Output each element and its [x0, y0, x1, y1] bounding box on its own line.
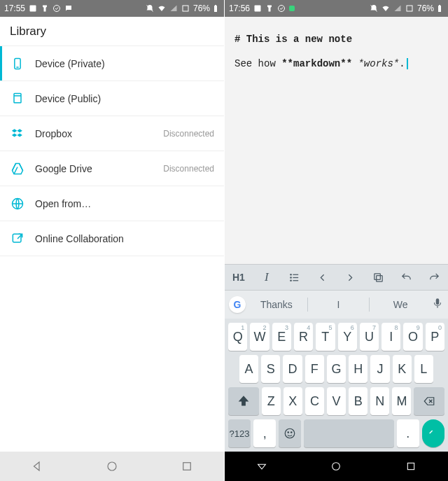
device-public-icon — [10, 91, 25, 106]
nav-recent-button[interactable] — [180, 459, 194, 473]
svg-rect-25 — [376, 275, 382, 281]
svg-point-31 — [288, 432, 289, 433]
key-k[interactable]: K — [393, 355, 412, 383]
nav-home-button[interactable] — [105, 459, 119, 473]
toolbar-italic-button[interactable]: I — [253, 270, 281, 284]
key-e[interactable]: E3 — [272, 323, 291, 351]
key-f[interactable]: F — [305, 355, 324, 383]
key-s[interactable]: S — [261, 355, 280, 383]
key-backspace[interactable] — [414, 387, 444, 415]
toolbar-list-button[interactable] — [281, 272, 309, 284]
evernote-icon — [41, 4, 49, 13]
text-cursor — [407, 58, 408, 69]
list-item-label: Device (Public) — [35, 93, 214, 104]
toolbar-copy-button[interactable] — [364, 272, 392, 284]
key-t[interactable]: T5 — [316, 323, 335, 351]
key-z[interactable]: Z — [262, 387, 281, 415]
key-symbols[interactable]: ?123 — [228, 419, 251, 447]
google-drive-icon — [10, 161, 25, 176]
keyboard-suggestions: G Thanks I We — [225, 291, 448, 319]
key-a[interactable]: A — [239, 355, 258, 383]
key-b[interactable]: B — [349, 387, 368, 415]
key-y[interactable]: Y6 — [338, 323, 357, 351]
sync-icon — [277, 4, 286, 13]
status-time: 17:55 — [4, 4, 25, 13]
library-item-google-drive[interactable]: Google Drive Disconnected — [0, 151, 224, 186]
key-g[interactable]: G — [327, 355, 346, 383]
list-item-label: Device (Private) — [35, 58, 214, 69]
suggestion-word[interactable]: I — [308, 299, 370, 310]
suggestion-word[interactable]: We — [370, 299, 431, 310]
key-n[interactable]: N — [370, 387, 389, 415]
svg-point-11 — [108, 462, 116, 470]
key-x[interactable]: X — [284, 387, 302, 415]
nav-back-button[interactable] — [30, 459, 44, 473]
collaboration-icon — [10, 231, 25, 246]
dnd-icon — [370, 4, 378, 13]
library-item-device-private[interactable]: Device (Private) — [0, 46, 224, 81]
svg-rect-8 — [14, 93, 21, 102]
library-item-device-public[interactable]: Device (Public) — [0, 81, 224, 116]
evernote-icon — [265, 4, 274, 13]
key-shift[interactable] — [228, 387, 259, 415]
library-item-dropbox[interactable]: Dropbox Disconnected — [0, 116, 224, 151]
key-i[interactable]: I8 — [382, 323, 400, 351]
key-emoji[interactable] — [279, 419, 301, 447]
svg-rect-18 — [439, 5, 440, 6]
key-l[interactable]: L — [414, 355, 433, 383]
svg-point-23 — [290, 277, 291, 277]
mic-icon[interactable] — [431, 297, 444, 312]
device-private-icon — [10, 56, 25, 71]
svg-rect-27 — [436, 298, 440, 305]
android-navbar — [225, 452, 448, 481]
message-icon — [64, 4, 73, 13]
sync-icon — [52, 4, 61, 13]
key-w[interactable]: W2 — [250, 323, 269, 351]
signal-icon — [393, 4, 402, 13]
toolbar-redo-button[interactable] — [420, 272, 448, 284]
suggestion-word[interactable]: Thanks — [246, 299, 307, 310]
svg-point-30 — [286, 428, 295, 438]
nav-recent-button[interactable] — [404, 459, 418, 473]
library-item-open-from[interactable]: Open from… — [0, 186, 224, 221]
key-enter[interactable] — [422, 419, 444, 447]
key-p[interactable]: P0 — [426, 323, 444, 351]
google-icon[interactable]: G — [229, 296, 246, 313]
svg-rect-12 — [183, 463, 190, 470]
key-u[interactable]: U7 — [360, 323, 379, 351]
key-m[interactable]: M — [392, 387, 411, 415]
key-v[interactable]: V — [327, 387, 346, 415]
key-comma[interactable]: , — [253, 419, 276, 447]
editor-toolbar: H1 I — [225, 264, 448, 291]
key-j[interactable]: J — [370, 355, 389, 383]
svg-point-1 — [54, 6, 60, 12]
key-space[interactable] — [304, 419, 393, 447]
key-h[interactable]: H — [349, 355, 368, 383]
toolbar-prev-button[interactable] — [309, 272, 337, 284]
key-q[interactable]: Q1 — [228, 323, 247, 351]
svg-point-32 — [291, 432, 293, 433]
nav-back-button[interactable] — [255, 459, 269, 473]
screen-editor: 17:56 76% # This is a new note See how *… — [224, 0, 448, 481]
toolbar-undo-button[interactable] — [392, 272, 420, 284]
svg-rect-17 — [438, 6, 441, 12]
svg-rect-4 — [214, 6, 217, 12]
key-o[interactable]: O9 — [403, 323, 422, 351]
key-d[interactable]: D — [283, 355, 302, 383]
page-title: Library — [0, 17, 224, 46]
list-item-label: Dropbox — [35, 128, 163, 139]
toolbar-next-button[interactable] — [337, 272, 365, 284]
svg-point-22 — [290, 274, 291, 274]
key-r[interactable]: R4 — [294, 323, 313, 351]
library-item-online-collaboration[interactable]: Online Collaboration — [0, 221, 224, 256]
svg-point-33 — [332, 463, 340, 470]
svg-rect-0 — [30, 6, 36, 12]
key-period[interactable]: . — [397, 419, 419, 447]
toolbar-heading-button[interactable]: H1 — [225, 272, 253, 283]
nav-home-button[interactable] — [329, 459, 343, 473]
svg-rect-16 — [407, 6, 412, 11]
note-editor[interactable]: # This is a new note See how **markdown*… — [225, 17, 448, 264]
key-c[interactable]: C — [305, 387, 324, 415]
screen-library: 17:55 76% Library Device (Private) — [0, 0, 224, 481]
list-item-label: Google Drive — [35, 163, 163, 174]
